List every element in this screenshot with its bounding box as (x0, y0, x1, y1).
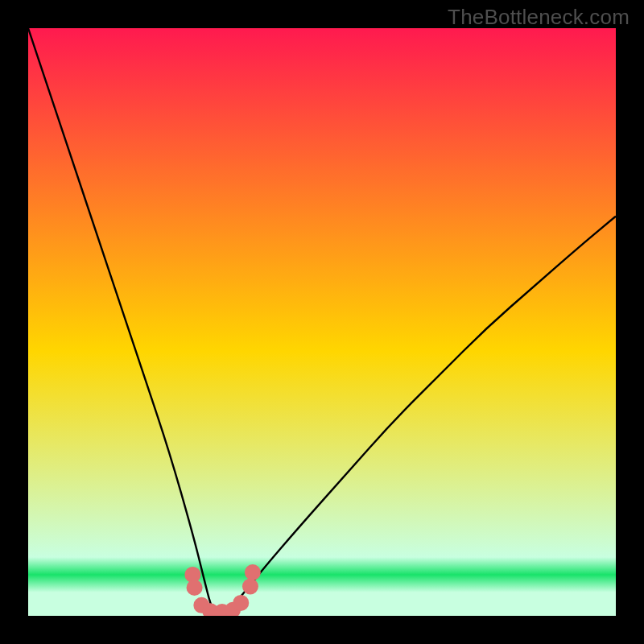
gradient-background (28, 28, 616, 616)
curve-marker (242, 579, 258, 595)
curve-marker (245, 564, 261, 580)
curve-marker (187, 580, 203, 596)
chart-frame: TheBottleneck.com (0, 0, 644, 644)
plot-area (28, 28, 616, 616)
chart-svg (28, 28, 616, 616)
watermark-text: TheBottleneck.com (448, 5, 630, 30)
curve-marker (233, 595, 249, 611)
